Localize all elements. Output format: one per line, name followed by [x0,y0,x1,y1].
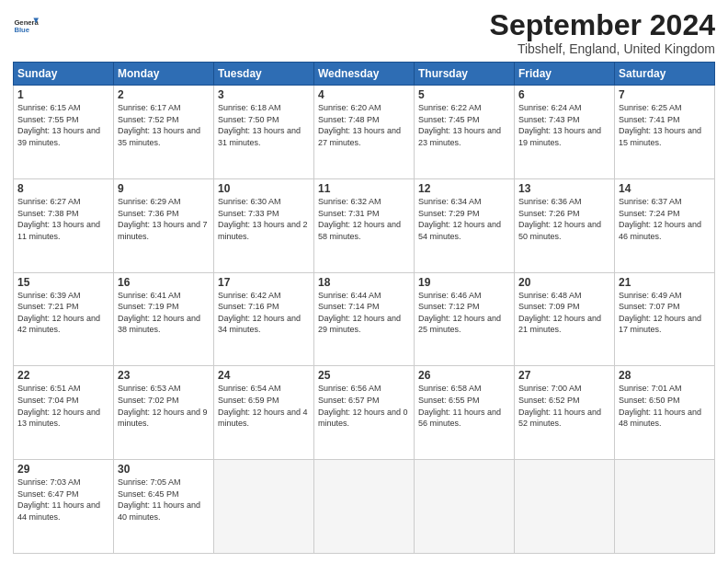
table-cell: 17Sunrise: 6:42 AMSunset: 7:16 PMDayligh… [214,272,314,366]
location: Tibshelf, England, United Kingdom [490,41,715,56]
table-cell [314,460,415,554]
day-number: 23 [118,369,210,382]
day-info: Sunrise: 6:51 AMSunset: 7:04 PMDaylight:… [17,384,100,428]
day-number: 4 [318,88,410,101]
table-cell: 13Sunrise: 6:36 AMSunset: 7:26 PMDayligh… [515,178,615,272]
table-cell: 30Sunrise: 7:05 AMSunset: 6:45 PMDayligh… [114,460,214,554]
day-number: 1 [17,88,109,101]
col-tuesday: Tuesday [214,63,314,86]
day-info: Sunrise: 6:34 AMSunset: 7:29 PMDaylight:… [418,197,501,241]
col-thursday: Thursday [415,63,515,86]
day-info: Sunrise: 6:25 AMSunset: 7:41 PMDaylight:… [619,103,701,147]
day-number: 14 [619,182,711,195]
svg-text:Blue: Blue [14,26,29,34]
table-cell: 9Sunrise: 6:29 AMSunset: 7:36 PMDaylight… [114,178,214,272]
day-number: 8 [17,182,109,195]
header: General Blue September 2024 Tibshelf, En… [13,9,715,56]
table-cell [615,460,715,554]
day-number: 25 [318,369,410,382]
table-cell [515,460,615,554]
table-cell: 26Sunrise: 6:58 AMSunset: 6:55 PMDayligh… [415,366,515,460]
day-info: Sunrise: 6:58 AMSunset: 6:55 PMDaylight:… [418,384,501,428]
day-info: Sunrise: 6:22 AMSunset: 7:45 PMDaylight:… [418,103,501,147]
day-number: 26 [418,369,510,382]
table-cell [415,460,515,554]
col-monday: Monday [114,63,214,86]
col-wednesday: Wednesday [314,63,415,86]
day-info: Sunrise: 7:03 AMSunset: 6:47 PMDaylight:… [17,477,100,522]
day-number: 12 [418,182,510,195]
day-info: Sunrise: 6:17 AMSunset: 7:52 PMDaylight:… [118,103,200,147]
day-number: 30 [118,463,210,476]
day-number: 16 [118,276,210,289]
calendar: Sunday Monday Tuesday Wednesday Thursday… [13,62,715,554]
day-number: 15 [17,276,109,289]
week-row-5: 29Sunrise: 7:03 AMSunset: 6:47 PMDayligh… [14,460,715,554]
weekday-header-row: Sunday Monday Tuesday Wednesday Thursday… [14,63,715,86]
table-cell: 12Sunrise: 6:34 AMSunset: 7:29 PMDayligh… [415,178,515,272]
table-cell: 23Sunrise: 6:53 AMSunset: 7:02 PMDayligh… [114,366,214,460]
day-info: Sunrise: 6:32 AMSunset: 7:31 PMDaylight:… [318,197,401,241]
day-info: Sunrise: 6:15 AMSunset: 7:55 PMDaylight:… [17,103,100,147]
week-row-1: 1Sunrise: 6:15 AMSunset: 7:55 PMDaylight… [14,86,715,179]
day-info: Sunrise: 6:30 AMSunset: 7:33 PMDaylight:… [218,197,308,241]
page: General Blue September 2024 Tibshelf, En… [0,0,728,563]
day-info: Sunrise: 7:01 AMSunset: 6:50 PMDaylight:… [619,384,701,428]
table-cell: 27Sunrise: 7:00 AMSunset: 6:52 PMDayligh… [515,366,615,460]
table-cell: 16Sunrise: 6:41 AMSunset: 7:19 PMDayligh… [114,272,214,366]
day-info: Sunrise: 6:27 AMSunset: 7:38 PMDaylight:… [17,197,100,241]
day-info: Sunrise: 6:42 AMSunset: 7:16 PMDaylight:… [218,291,301,335]
day-number: 24 [218,369,310,382]
day-info: Sunrise: 6:56 AMSunset: 6:57 PMDaylight:… [318,384,408,428]
table-cell: 18Sunrise: 6:44 AMSunset: 7:14 PMDayligh… [314,272,415,366]
day-number: 29 [17,463,109,476]
col-sunday: Sunday [14,63,114,86]
day-number: 27 [518,369,610,382]
day-info: Sunrise: 6:24 AMSunset: 7:43 PMDaylight:… [518,103,601,147]
day-number: 17 [218,276,310,289]
table-cell: 14Sunrise: 6:37 AMSunset: 7:24 PMDayligh… [615,178,715,272]
day-number: 20 [518,276,610,289]
week-row-4: 22Sunrise: 6:51 AMSunset: 7:04 PMDayligh… [14,366,715,460]
table-cell: 7Sunrise: 6:25 AMSunset: 7:41 PMDaylight… [615,86,715,179]
table-cell: 6Sunrise: 6:24 AMSunset: 7:43 PMDaylight… [515,86,615,179]
table-cell: 4Sunrise: 6:20 AMSunset: 7:48 PMDaylight… [314,86,415,179]
week-row-3: 15Sunrise: 6:39 AMSunset: 7:21 PMDayligh… [14,272,715,366]
week-row-2: 8Sunrise: 6:27 AMSunset: 7:38 PMDaylight… [14,178,715,272]
table-cell: 10Sunrise: 6:30 AMSunset: 7:33 PMDayligh… [214,178,314,272]
logo: General Blue [13,13,42,39]
day-info: Sunrise: 6:54 AMSunset: 6:59 PMDaylight:… [218,384,308,428]
day-number: 22 [17,369,109,382]
table-cell: 22Sunrise: 6:51 AMSunset: 7:04 PMDayligh… [14,366,114,460]
table-cell: 1Sunrise: 6:15 AMSunset: 7:55 PMDaylight… [14,86,114,179]
table-cell: 5Sunrise: 6:22 AMSunset: 7:45 PMDaylight… [415,86,515,179]
table-cell: 15Sunrise: 6:39 AMSunset: 7:21 PMDayligh… [14,272,114,366]
table-cell: 20Sunrise: 6:48 AMSunset: 7:09 PMDayligh… [515,272,615,366]
day-info: Sunrise: 6:46 AMSunset: 7:12 PMDaylight:… [418,291,501,335]
day-number: 21 [619,276,711,289]
day-info: Sunrise: 6:48 AMSunset: 7:09 PMDaylight:… [518,291,601,335]
day-number: 18 [318,276,410,289]
col-saturday: Saturday [615,63,715,86]
table-cell: 11Sunrise: 6:32 AMSunset: 7:31 PMDayligh… [314,178,415,272]
day-info: Sunrise: 7:05 AMSunset: 6:45 PMDaylight:… [118,477,200,522]
title-block: September 2024 Tibshelf, England, United… [490,9,715,56]
day-number: 5 [418,88,510,101]
day-info: Sunrise: 6:20 AMSunset: 7:48 PMDaylight:… [318,103,401,147]
day-number: 13 [518,182,610,195]
day-info: Sunrise: 7:00 AMSunset: 6:52 PMDaylight:… [518,384,601,428]
day-info: Sunrise: 6:18 AMSunset: 7:50 PMDaylight:… [218,103,301,147]
day-number: 28 [619,369,711,382]
day-info: Sunrise: 6:41 AMSunset: 7:19 PMDaylight:… [118,291,200,335]
table-cell: 28Sunrise: 7:01 AMSunset: 6:50 PMDayligh… [615,366,715,460]
logo-icon: General Blue [13,13,39,39]
table-cell: 3Sunrise: 6:18 AMSunset: 7:50 PMDaylight… [214,86,314,179]
day-info: Sunrise: 6:49 AMSunset: 7:07 PMDaylight:… [619,291,701,335]
day-number: 2 [118,88,210,101]
day-info: Sunrise: 6:53 AMSunset: 7:02 PMDaylight:… [118,384,208,428]
day-number: 19 [418,276,510,289]
table-cell: 8Sunrise: 6:27 AMSunset: 7:38 PMDaylight… [14,178,114,272]
day-info: Sunrise: 6:37 AMSunset: 7:24 PMDaylight:… [619,197,701,241]
day-info: Sunrise: 6:39 AMSunset: 7:21 PMDaylight:… [17,291,100,335]
month-title: September 2024 [490,9,715,41]
